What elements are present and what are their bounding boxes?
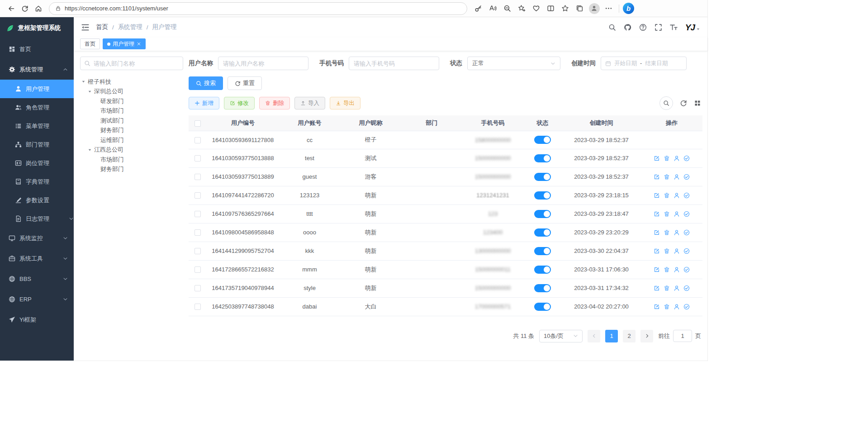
- delete-icon[interactable]: [664, 229, 670, 236]
- tree-node-dept[interactable]: 市场部门: [80, 106, 183, 116]
- help-icon[interactable]: [639, 24, 647, 31]
- reset-button[interactable]: 重置: [228, 76, 262, 90]
- tree-node-dept[interactable]: 市场部门: [80, 155, 183, 165]
- sidebar-item-dept-mgmt[interactable]: 部门管理: [0, 135, 74, 154]
- reset-password-icon[interactable]: [674, 192, 680, 199]
- status-toggle-on[interactable]: [534, 266, 551, 274]
- caret-down-icon[interactable]: [88, 148, 92, 152]
- row-checkbox[interactable]: [194, 137, 201, 143]
- delete-icon[interactable]: [664, 266, 670, 273]
- status-toggle-on[interactable]: [534, 154, 551, 162]
- edit-button[interactable]: 修改: [224, 97, 255, 109]
- user-avatar-menu[interactable]: YJ: [685, 23, 700, 32]
- assign-role-icon[interactable]: [683, 229, 690, 236]
- sidebar-item-menu-mgmt[interactable]: 菜单管理: [0, 117, 74, 135]
- home-button[interactable]: [32, 2, 45, 15]
- reset-password-icon[interactable]: [674, 304, 680, 310]
- search-button[interactable]: 搜索: [189, 76, 223, 90]
- page-button-2[interactable]: 2: [623, 330, 636, 342]
- assign-role-icon[interactable]: [683, 155, 690, 162]
- column-grid-icon[interactable]: [694, 100, 701, 107]
- browser-essentials-icon[interactable]: [530, 2, 543, 15]
- page-button-1[interactable]: 1: [605, 330, 618, 342]
- assign-role-icon[interactable]: [683, 266, 690, 273]
- favorites-icon[interactable]: [559, 2, 572, 15]
- phone-input[interactable]: [349, 57, 439, 70]
- reset-password-icon[interactable]: [674, 211, 680, 217]
- back-button[interactable]: [5, 2, 18, 15]
- tab-home[interactable]: 首页: [80, 38, 100, 49]
- status-toggle-on[interactable]: [534, 303, 551, 311]
- sidebar-item-erp[interactable]: ERP: [0, 289, 74, 309]
- search-icon[interactable]: [608, 24, 616, 31]
- address-bar[interactable]: https://ccnetcore.com:1101/system/user: [49, 2, 467, 15]
- assign-role-icon[interactable]: [683, 248, 690, 254]
- breadcrumb-home[interactable]: 首页: [96, 23, 108, 31]
- profile-avatar[interactable]: [588, 2, 601, 15]
- tree-node-branch[interactable]: 深圳总公司: [80, 87, 183, 97]
- row-checkbox[interactable]: [194, 266, 201, 273]
- favorites-add-icon[interactable]: [515, 2, 528, 15]
- sidebar-item-bbs[interactable]: BBS: [0, 269, 74, 289]
- github-icon[interactable]: [624, 24, 631, 31]
- delete-icon[interactable]: [664, 304, 670, 310]
- assign-role-icon[interactable]: [683, 285, 690, 291]
- edit-icon[interactable]: [654, 211, 660, 217]
- sidebar-item-system[interactable]: 系统管理: [0, 59, 74, 80]
- edit-icon[interactable]: [654, 266, 660, 273]
- row-checkbox[interactable]: [194, 211, 201, 217]
- import-button[interactable]: 导入: [294, 97, 325, 109]
- tab-user-mgmt[interactable]: 用户管理: [103, 38, 146, 49]
- tree-node-branch[interactable]: 江西总公司: [80, 145, 183, 155]
- reset-password-icon[interactable]: [674, 266, 680, 273]
- status-toggle-on[interactable]: [534, 173, 551, 181]
- sidebar-item-user-mgmt[interactable]: 用户管理: [0, 80, 74, 98]
- sidebar-item-tools[interactable]: 系统工具: [0, 248, 74, 269]
- dept-search-input[interactable]: [80, 57, 183, 70]
- close-icon[interactable]: [137, 42, 141, 46]
- row-checkbox[interactable]: [194, 248, 201, 254]
- edit-icon[interactable]: [654, 192, 660, 199]
- edit-icon[interactable]: [654, 155, 660, 162]
- delete-icon[interactable]: [664, 285, 670, 291]
- zoom-icon[interactable]: [501, 2, 514, 15]
- collections-icon[interactable]: [573, 2, 586, 15]
- password-key-icon[interactable]: [472, 2, 485, 15]
- tree-node-company-root[interactable]: 橙子科技: [80, 77, 183, 87]
- tree-node-dept[interactable]: 运维部门: [80, 135, 183, 145]
- delete-icon[interactable]: [664, 211, 670, 217]
- next-page-button[interactable]: [640, 330, 653, 342]
- sidebar-item-dict-mgmt[interactable]: 字典管理: [0, 172, 74, 191]
- reset-password-icon[interactable]: [674, 229, 680, 236]
- status-toggle-on[interactable]: [534, 284, 551, 292]
- page-size-select[interactable]: 10条/页: [539, 330, 583, 342]
- date-range-picker[interactable]: 开始日期 - 结束日期: [601, 57, 687, 70]
- edit-icon[interactable]: [654, 304, 660, 310]
- caret-down-icon[interactable]: [88, 90, 92, 94]
- read-aloud-icon[interactable]: [486, 2, 499, 15]
- edit-icon[interactable]: [654, 174, 660, 180]
- toggle-search-icon[interactable]: [659, 96, 673, 110]
- row-checkbox[interactable]: [194, 192, 201, 199]
- fullscreen-icon[interactable]: [655, 24, 662, 31]
- edit-icon[interactable]: [654, 248, 660, 254]
- reset-password-icon[interactable]: [674, 155, 680, 162]
- status-toggle-on[interactable]: [534, 136, 551, 144]
- delete-icon[interactable]: [664, 155, 670, 162]
- assign-role-icon[interactable]: [683, 304, 690, 310]
- sidebar-fold-icon[interactable]: [81, 23, 90, 32]
- edit-icon[interactable]: [654, 229, 660, 236]
- reset-password-icon[interactable]: [674, 248, 680, 254]
- prev-page-button[interactable]: [588, 330, 600, 342]
- status-toggle-on[interactable]: [534, 228, 551, 237]
- sidebar-item-role-mgmt[interactable]: 角色管理: [0, 98, 74, 117]
- more-menu-icon[interactable]: [602, 2, 615, 15]
- font-size-icon[interactable]: [670, 24, 678, 31]
- tree-node-dept[interactable]: 研发部门: [80, 96, 183, 106]
- assign-role-icon[interactable]: [683, 211, 690, 217]
- reset-password-icon[interactable]: [674, 174, 680, 180]
- assign-role-icon[interactable]: [683, 192, 690, 199]
- add-button[interactable]: 新增: [189, 97, 219, 109]
- sidebar-item-home[interactable]: 首页: [0, 39, 74, 59]
- refresh-icon[interactable]: [680, 100, 687, 107]
